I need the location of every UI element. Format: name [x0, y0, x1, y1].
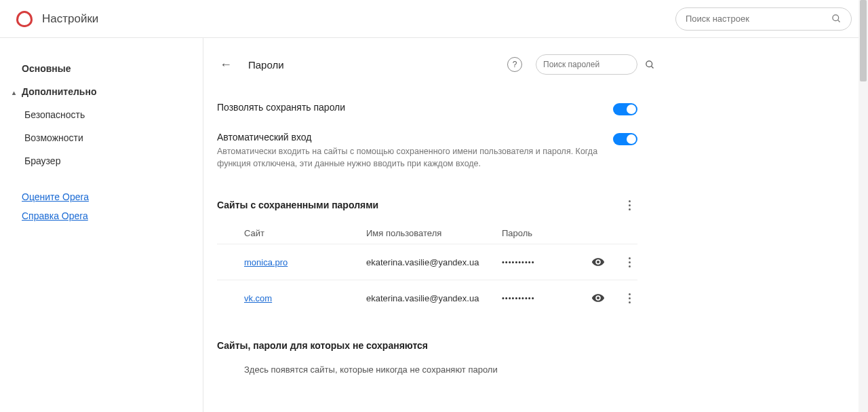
saved-section-menu-icon[interactable]: [621, 197, 637, 213]
sidebar-link-rate[interactable]: Оцените Opera: [22, 187, 203, 206]
search-icon: [645, 60, 655, 70]
page-title: Пароли: [248, 59, 284, 71]
opera-logo-icon: [16, 11, 33, 27]
search-icon: [831, 14, 842, 24]
row-menu-icon[interactable]: [621, 254, 637, 270]
setting-allow-save: Позволять сохранять пароли: [217, 94, 637, 124]
sidebar-item-browser[interactable]: Браузер: [24, 149, 203, 172]
page-header: ← Пароли ?: [217, 54, 637, 75]
toggle-auto-login[interactable]: [613, 133, 637, 145]
col-pass: Пароль: [502, 228, 637, 238]
scrollbar-thumb[interactable]: [860, 0, 867, 81]
show-password-icon[interactable]: [591, 255, 605, 269]
sidebar-item-basic[interactable]: Основные: [22, 57, 203, 80]
password-search[interactable]: [536, 54, 637, 75]
scrollbar-track[interactable]: [859, 0, 868, 412]
svg-point-0: [833, 15, 839, 21]
row-menu-icon[interactable]: [621, 290, 637, 306]
sidebar: Основные Дополнительно Безопасность Возм…: [0, 38, 203, 412]
password-value: ••••••••••: [502, 258, 591, 266]
username-value: ekaterina.vasilie@yandex.ua: [366, 293, 502, 303]
section-title: Сайты, пароли для которых не сохраняются: [217, 340, 637, 351]
sidebar-link-help[interactable]: Справка Opera: [22, 206, 203, 225]
password-row: monica.pro ekaterina.vasilie@yandex.ua •…: [217, 244, 637, 280]
password-table-head: Сайт Имя пользователя Пароль: [217, 220, 637, 244]
never-section: Сайты, пароли для которых не сохраняются…: [217, 340, 637, 375]
sidebar-link-label: Справка Opera: [22, 210, 88, 221]
saved-section-header: Сайты с сохраненными паролями: [217, 197, 637, 213]
password-row: vk.com ekaterina.vasilie@yandex.ua •••••…: [217, 280, 637, 316]
password-value: ••••••••••: [502, 294, 591, 302]
sidebar-item-advanced[interactable]: Дополнительно: [22, 80, 203, 103]
sidebar-link-label: Оцените Opera: [22, 191, 89, 202]
sidebar-item-security[interactable]: Безопасность: [24, 103, 203, 126]
setting-desc: Автоматически входить на сайты с помощью…: [217, 145, 599, 170]
show-password-icon[interactable]: [591, 291, 605, 305]
back-arrow-icon[interactable]: ←: [217, 55, 235, 75]
col-site: Сайт: [244, 228, 366, 238]
sidebar-item-label: Браузер: [24, 155, 60, 166]
topbar-left: Настройки: [16, 11, 98, 27]
toggle-allow-save[interactable]: [613, 103, 637, 115]
topbar: Настройки: [0, 0, 868, 38]
sidebar-item-label: Безопасность: [24, 109, 85, 120]
svg-point-2: [646, 60, 652, 67]
sidebar-item-label: Дополнительно: [22, 86, 96, 97]
setting-auto-login: Автоматический вход Автоматически входит…: [217, 124, 637, 178]
main: ← Пароли ? Позволять сохранять пароли Ав…: [203, 38, 868, 412]
sidebar-item-label: Основные: [22, 63, 71, 74]
site-link[interactable]: vk.com: [244, 293, 366, 303]
sidebar-item-features[interactable]: Возможности: [24, 126, 203, 149]
global-search[interactable]: [675, 7, 852, 31]
setting-title: Позволять сохранять пароли: [217, 102, 599, 113]
app-title: Настройки: [42, 12, 98, 26]
username-value: ekaterina.vasilie@yandex.ua: [366, 257, 502, 267]
setting-title: Автоматический вход: [217, 132, 599, 143]
col-user: Имя пользователя: [366, 228, 502, 238]
help-icon[interactable]: ?: [507, 57, 522, 72]
global-search-input[interactable]: [686, 14, 831, 24]
section-title: Сайты с сохраненными паролями: [217, 200, 378, 210]
svg-line-1: [837, 20, 840, 22]
never-empty-text: Здесь появятся сайты, которые никогда не…: [217, 351, 637, 375]
password-search-input[interactable]: [543, 60, 645, 69]
site-link[interactable]: monica.pro: [244, 257, 366, 267]
svg-line-3: [651, 66, 653, 68]
sidebar-item-label: Возможности: [24, 132, 83, 143]
